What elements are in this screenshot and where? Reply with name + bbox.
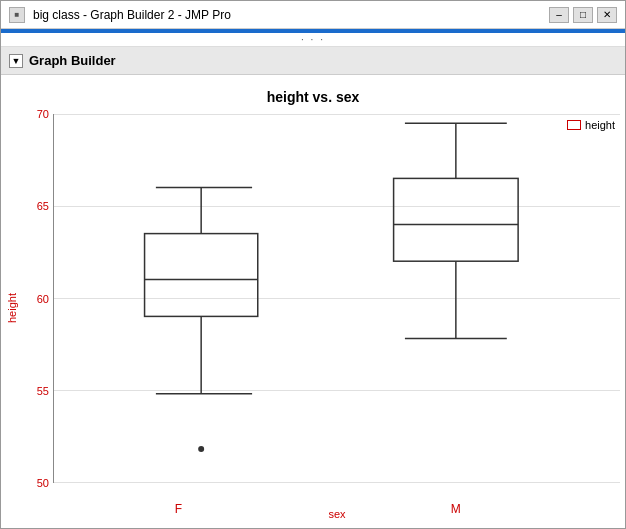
chart-container: height vs. sex height 70 65 60 55 50 <box>1 85 625 508</box>
dots: · · · <box>301 34 325 45</box>
chart-title: height vs. sex <box>1 85 625 109</box>
window-title: big class - Graph Builder 2 - JMP Pro <box>33 8 541 22</box>
f-outlier-dot <box>198 446 204 452</box>
app-icon: ■ <box>9 7 25 23</box>
chart-body: height 70 65 60 55 50 <box>1 109 625 508</box>
y-tick-60: 60 <box>37 293 49 305</box>
y-tick-55: 55 <box>37 385 49 397</box>
title-bar: ■ big class - Graph Builder 2 - JMP Pro … <box>1 1 625 29</box>
y-axis-label: height <box>1 109 23 508</box>
x-axis-title: sex <box>54 508 620 520</box>
y-tick-65: 65 <box>37 200 49 212</box>
maximize-button[interactable]: □ <box>573 7 593 23</box>
y-tick-50: 50 <box>37 477 49 489</box>
dots-bar: · · · <box>1 33 625 47</box>
legend-icon <box>567 120 581 130</box>
y-tick-70: 70 <box>37 108 49 120</box>
boxplot-svg <box>54 114 620 482</box>
graph-area: height vs. sex height 70 65 60 55 50 <box>1 75 625 528</box>
panel-header: ▼ Graph Builder <box>1 47 625 75</box>
main-window: ■ big class - Graph Builder 2 - JMP Pro … <box>0 0 626 529</box>
panel-toggle-button[interactable]: ▼ <box>9 54 23 68</box>
minimize-button[interactable]: – <box>549 7 569 23</box>
gridline-50 <box>54 482 620 483</box>
plot-area: F M sex height <box>53 114 620 483</box>
f-box <box>145 234 258 317</box>
m-box <box>394 178 519 261</box>
legend-label: height <box>585 119 615 131</box>
close-button[interactable]: ✕ <box>597 7 617 23</box>
y-tick-container: 70 65 60 55 50 <box>23 114 53 483</box>
window-controls: – □ ✕ <box>549 7 617 23</box>
panel-title: Graph Builder <box>29 53 116 68</box>
legend: height <box>567 119 615 131</box>
